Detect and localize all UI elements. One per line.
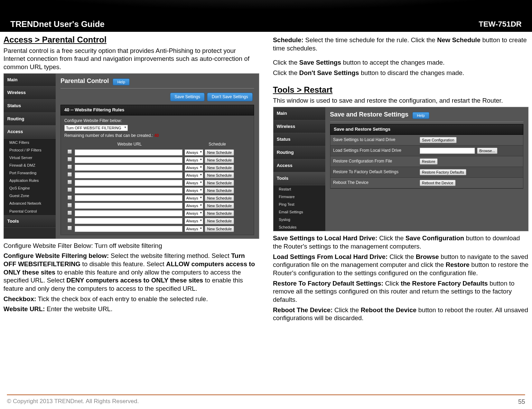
section-heading-restart: Tools > Restart bbox=[273, 85, 529, 95]
subnav-item[interactable]: MAC Filters bbox=[4, 139, 56, 146]
dont-save-button[interactable]: Don't Save Settings bbox=[207, 93, 252, 101]
schedule-select[interactable]: Always bbox=[185, 203, 204, 209]
nav-item[interactable]: Tools bbox=[273, 172, 325, 185]
new-schedule-button[interactable]: New Schedule bbox=[205, 203, 234, 209]
title-bar: TRENDnet User's Guide TEW-751DR bbox=[0, 17, 532, 32]
dont-save-para: Click the Don't Save Settings button to … bbox=[273, 69, 529, 77]
subnav-item[interactable]: Restart bbox=[273, 185, 325, 193]
table-row: AlwaysNew Schedule bbox=[64, 171, 250, 179]
subnav-item[interactable]: Virtual Server bbox=[4, 154, 56, 161]
url-input[interactable] bbox=[75, 187, 183, 194]
subnav-item[interactable]: Port Forwarding bbox=[4, 169, 56, 177]
nav-item[interactable]: Status bbox=[273, 133, 325, 146]
new-schedule-button[interactable]: New Schedule bbox=[205, 195, 234, 201]
subnav-item[interactable]: Advanced Network bbox=[4, 199, 56, 207]
new-schedule-button[interactable]: New Schedule bbox=[205, 218, 234, 224]
nav-item[interactable]: Routing bbox=[273, 146, 325, 159]
table-row: AlwaysNew Schedule bbox=[64, 217, 250, 225]
rule-checkbox[interactable] bbox=[67, 187, 72, 192]
schedule-select[interactable]: Always bbox=[185, 226, 204, 232]
subnav-item[interactable]: Application Rules bbox=[4, 177, 56, 184]
table-header: Website URL Schedule bbox=[64, 140, 250, 148]
rule-checkbox[interactable] bbox=[67, 157, 72, 161]
subnav-item[interactable]: Ping Test bbox=[273, 201, 325, 208]
url-input[interactable] bbox=[75, 157, 183, 163]
subnav-item[interactable]: Protocol / IP Filters bbox=[4, 146, 56, 154]
subnav-item[interactable]: Schedules bbox=[273, 223, 325, 231]
subnav-item[interactable]: Firmware bbox=[273, 193, 325, 201]
url-input[interactable] bbox=[75, 165, 183, 171]
new-schedule-button[interactable]: New Schedule bbox=[205, 149, 234, 156]
table-row: AlwaysNew Schedule bbox=[64, 149, 250, 156]
schedule-select[interactable]: Always bbox=[185, 218, 204, 224]
url-input[interactable] bbox=[75, 210, 183, 216]
new-schedule-button[interactable]: New Schedule bbox=[205, 226, 234, 232]
help-button[interactable]: Help bbox=[113, 78, 130, 85]
subnav-item[interactable]: Syslog bbox=[273, 216, 325, 223]
rule-checkbox[interactable] bbox=[67, 149, 72, 154]
url-input[interactable] bbox=[75, 172, 183, 178]
schedule-select[interactable]: Always bbox=[185, 149, 204, 156]
right-column: Schedule: Select the time schedule for t… bbox=[273, 35, 529, 324]
action-button[interactable]: Reboot the Device bbox=[420, 180, 456, 186]
schedule-select[interactable]: Always bbox=[185, 210, 204, 216]
schedule-select[interactable]: Always bbox=[185, 180, 204, 186]
nav-item[interactable]: Access bbox=[4, 126, 56, 139]
schedule-select[interactable]: Always bbox=[185, 172, 204, 178]
rule-checkbox[interactable] bbox=[67, 226, 72, 230]
action-button[interactable]: Save Configuration bbox=[420, 137, 457, 143]
subnav-item[interactable]: Guest Zone bbox=[4, 192, 56, 199]
new-schedule-button[interactable]: New Schedule bbox=[205, 157, 234, 163]
action-button[interactable]: Restore bbox=[420, 158, 438, 165]
nav-item[interactable]: Access bbox=[273, 159, 325, 173]
nav-item[interactable]: Wireless bbox=[273, 120, 325, 133]
url-input[interactable] bbox=[75, 149, 183, 156]
subnav-item[interactable]: Parental Control bbox=[4, 207, 56, 215]
table-row: AlwaysNew Schedule bbox=[64, 202, 250, 210]
new-schedule-button[interactable]: New Schedule bbox=[205, 187, 234, 194]
rule-checkbox[interactable] bbox=[67, 218, 72, 223]
schedule-select[interactable]: Always bbox=[185, 195, 204, 201]
settings-row: Restore Configuration From FileRestore bbox=[330, 156, 523, 167]
rule-checkbox[interactable] bbox=[67, 172, 72, 177]
nav-item[interactable]: Main bbox=[4, 74, 56, 87]
rule-checkbox[interactable] bbox=[67, 203, 72, 207]
schedule-select[interactable]: Always bbox=[185, 157, 204, 163]
url-input[interactable] bbox=[75, 203, 183, 209]
file-path-input[interactable] bbox=[420, 148, 475, 154]
rule-checkbox[interactable] bbox=[67, 180, 72, 184]
nav-item[interactable]: Status bbox=[4, 100, 56, 113]
filter-mode-select[interactable]: Turn OFF WEBSITE FILTERING bbox=[64, 125, 128, 131]
router-page-title: Save and Restore Settings bbox=[330, 111, 409, 119]
save-hd-para: Save Settings to Local Hard Drive: Click… bbox=[273, 234, 529, 250]
new-schedule-button[interactable]: New Schedule bbox=[205, 172, 234, 178]
nav-item[interactable]: Routing bbox=[4, 113, 56, 126]
new-schedule-button[interactable]: New Schedule bbox=[205, 165, 234, 171]
save-settings-button[interactable]: Save Settings bbox=[170, 93, 205, 101]
help-button[interactable]: Help bbox=[412, 112, 429, 119]
rule-checkbox[interactable] bbox=[67, 165, 72, 169]
schedule-select[interactable]: Always bbox=[185, 187, 204, 194]
action-button[interactable]: Browse... bbox=[477, 148, 498, 154]
screenshot-restart: MainWirelessStatusRoutingAccessToolsRest… bbox=[273, 107, 529, 231]
configure-label: Configure Website Filter below: bbox=[64, 118, 122, 123]
action-button[interactable]: Restore Factory Defaults bbox=[420, 169, 467, 175]
schedule-select[interactable]: Always bbox=[185, 165, 204, 171]
rule-checkbox[interactable] bbox=[67, 211, 72, 215]
subnav-item[interactable]: Firewall & DMZ bbox=[4, 161, 56, 169]
url-input[interactable] bbox=[75, 226, 183, 232]
new-schedule-button[interactable]: New Schedule bbox=[205, 180, 234, 186]
nav-item[interactable]: Wireless bbox=[4, 86, 56, 100]
subnav-item[interactable]: QoS Engine bbox=[4, 184, 56, 192]
new-schedule-button[interactable]: New Schedule bbox=[205, 210, 234, 216]
url-input[interactable] bbox=[75, 180, 183, 186]
divider bbox=[330, 122, 524, 122]
configure-below-text: Configure Website Filter Below: Turn off… bbox=[3, 242, 259, 250]
nav-item[interactable]: Main bbox=[273, 107, 325, 120]
url-input[interactable] bbox=[75, 218, 183, 224]
url-input[interactable] bbox=[75, 195, 183, 201]
section-heading-parental: Access > Parental Control bbox=[3, 35, 259, 45]
nav-item[interactable]: Tools bbox=[4, 215, 56, 228]
subnav-item[interactable]: Email Settings bbox=[273, 208, 325, 216]
rule-checkbox[interactable] bbox=[67, 195, 72, 200]
